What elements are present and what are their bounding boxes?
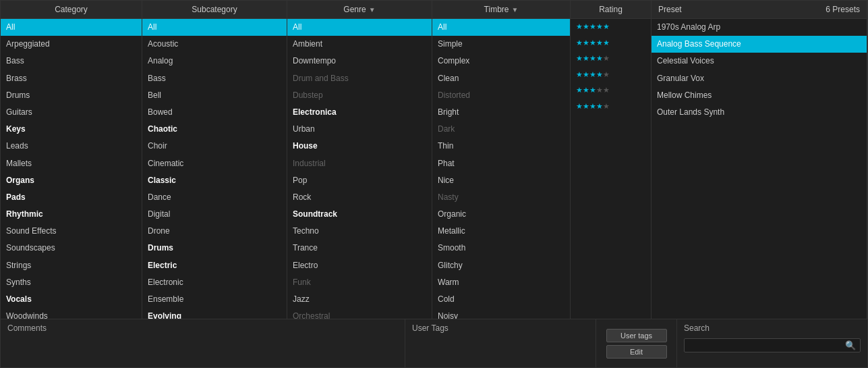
preset-list-item[interactable]: Mellow Chimes: [652, 87, 867, 104]
search-input[interactable]: [689, 341, 845, 350]
list-item[interactable]: Chaotic: [142, 121, 287, 138]
list-item[interactable]: Warm: [432, 274, 570, 291]
genre-list[interactable]: AllAmbientDowntempoDrum and BassDubstepE…: [287, 19, 432, 319]
genre-header-label: Genre: [343, 5, 366, 14]
list-item[interactable]: All: [1, 19, 142, 36]
list-item[interactable]: Rhythmic: [1, 206, 142, 223]
list-item[interactable]: Techno: [287, 223, 432, 240]
preset-list-item[interactable]: 1970s Analog Arp: [652, 19, 867, 36]
list-item[interactable]: Ambient: [287, 36, 432, 53]
comments-section: Comments: [1, 319, 405, 367]
list-item[interactable]: Keys: [1, 121, 142, 138]
list-item[interactable]: Orchestral: [287, 308, 432, 319]
list-item[interactable]: Choir: [142, 138, 287, 155]
list-item[interactable]: Complex: [432, 53, 570, 70]
list-item[interactable]: Acoustic: [142, 36, 287, 53]
list-item[interactable]: Classic: [142, 172, 287, 189]
list-item[interactable]: Phat: [432, 155, 570, 172]
list-item[interactable]: Electronica: [287, 104, 432, 121]
list-item[interactable]: All: [142, 19, 287, 36]
list-item[interactable]: Brass: [1, 70, 142, 87]
list-item[interactable]: Jazz: [287, 291, 432, 308]
search-section: Search 🔍: [677, 319, 867, 367]
list-item[interactable]: Industrial: [287, 155, 432, 172]
genre-column: Genre ▼ AllAmbientDowntempoDrum and Bass…: [287, 1, 432, 319]
preset-list-item[interactable]: Granular Vox: [652, 70, 867, 87]
list-item[interactable]: House: [287, 138, 432, 155]
list-item[interactable]: Distorted: [432, 87, 570, 104]
list-item[interactable]: Clean: [432, 70, 570, 87]
list-item[interactable]: Leads: [1, 138, 142, 155]
user-tags-button[interactable]: User tags: [606, 329, 667, 342]
list-item[interactable]: Dance: [142, 189, 287, 206]
search-box[interactable]: 🔍: [684, 338, 861, 352]
list-item[interactable]: Soundtrack: [287, 206, 432, 223]
user-tags-section: User Tags: [405, 319, 596, 367]
list-item[interactable]: Dubstep: [287, 87, 432, 104]
list-item[interactable]: All: [287, 19, 432, 36]
list-item[interactable]: Noisy: [432, 308, 570, 319]
list-item[interactable]: Bright: [432, 104, 570, 121]
list-item[interactable]: Synths: [1, 274, 142, 291]
list-item[interactable]: Dark: [432, 121, 570, 138]
list-item[interactable]: Funk: [287, 274, 432, 291]
edit-button[interactable]: Edit: [606, 345, 667, 359]
list-item[interactable]: Arpeggiated: [1, 36, 142, 53]
category-column: Category AllArpeggiatedBassBrassDrumsGui…: [1, 1, 142, 319]
list-item[interactable]: Thin: [432, 138, 570, 155]
list-item[interactable]: Strings: [1, 257, 142, 274]
comments-label: Comments: [7, 323, 398, 333]
list-item[interactable]: Pads: [1, 189, 142, 206]
list-item[interactable]: Electric: [142, 257, 287, 274]
list-item[interactable]: All: [432, 19, 570, 36]
list-item[interactable]: Smooth: [432, 240, 570, 257]
preset-list-item[interactable]: Celestial Voices: [652, 53, 867, 70]
list-item[interactable]: Drums: [142, 240, 287, 257]
list-item[interactable]: Sound Effects: [1, 223, 142, 240]
subcategory-list[interactable]: AllAcousticAnalogBassBellBowedChaoticCho…: [142, 19, 287, 319]
list-item[interactable]: Cinematic: [142, 155, 287, 172]
list-item[interactable]: Guitars: [1, 104, 142, 121]
list-item[interactable]: Mallets: [1, 155, 142, 172]
timbre-list[interactable]: AllSimpleComplexCleanDistortedBrightDark…: [432, 19, 570, 319]
list-item[interactable]: Pop: [287, 172, 432, 189]
list-item[interactable]: Nasty: [432, 189, 570, 206]
list-item[interactable]: Urban: [287, 121, 432, 138]
list-item[interactable]: Downtempo: [287, 53, 432, 70]
list-item[interactable]: Drone: [142, 223, 287, 240]
list-item[interactable]: Drum and Bass: [287, 70, 432, 87]
category-list[interactable]: AllArpeggiatedBassBrassDrumsGuitarsKeysL…: [1, 19, 142, 319]
list-item[interactable]: Bell: [142, 87, 287, 104]
genre-header[interactable]: Genre ▼: [287, 1, 432, 19]
list-item[interactable]: Metallic: [432, 223, 570, 240]
preset-list-item[interactable]: Outer Lands Synth: [652, 104, 867, 121]
list-item[interactable]: Ensemble: [142, 291, 287, 308]
list-item[interactable]: Cold: [432, 291, 570, 308]
list-item[interactable]: Drums: [1, 87, 142, 104]
preset-list-item[interactable]: Analog Bass Sequence: [652, 36, 867, 53]
rating-list[interactable]: ★★★★★★★★★★★★★★★★★★★★★★★★★★★★★★: [571, 19, 651, 319]
list-item[interactable]: Analog: [142, 53, 287, 70]
list-item[interactable]: Glitchy: [432, 257, 570, 274]
preset-header: Preset 6 Presets: [652, 1, 867, 19]
preset-list[interactable]: 1970s Analog ArpAnalog Bass SequenceCele…: [652, 19, 867, 319]
timbre-header[interactable]: Timbre ▼: [432, 1, 570, 19]
list-item[interactable]: Simple: [432, 36, 570, 53]
list-item[interactable]: Evolving: [142, 308, 287, 319]
list-item[interactable]: Organs: [1, 172, 142, 189]
list-item[interactable]: Soundscapes: [1, 240, 142, 257]
list-item[interactable]: Trance: [287, 240, 432, 257]
search-label: Search: [684, 323, 861, 333]
list-item[interactable]: Rock: [287, 189, 432, 206]
list-item[interactable]: Electronic: [142, 274, 287, 291]
list-item[interactable]: Electro: [287, 257, 432, 274]
list-item[interactable]: Bass: [1, 53, 142, 70]
list-item[interactable]: Vocals: [1, 291, 142, 308]
list-item[interactable]: Bass: [142, 70, 287, 87]
list-item[interactable]: Woodwinds: [1, 308, 142, 319]
list-item[interactable]: Nice: [432, 172, 570, 189]
rating-row: ★★★★★: [571, 99, 651, 115]
list-item[interactable]: Organic: [432, 206, 570, 223]
list-item[interactable]: Bowed: [142, 104, 287, 121]
list-item[interactable]: Digital: [142, 206, 287, 223]
